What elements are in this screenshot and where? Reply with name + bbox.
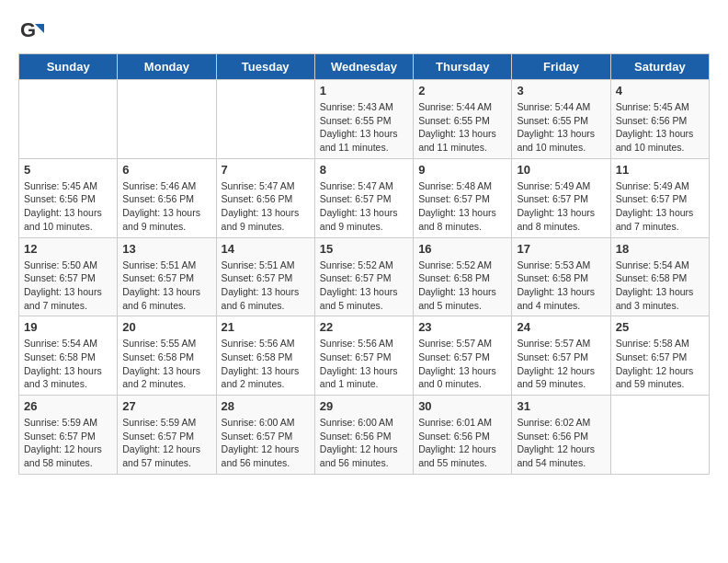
day-info: Sunrise: 5:56 AM Sunset: 6:57 PM Dayligh… bbox=[320, 337, 408, 391]
day-number: 7 bbox=[222, 163, 310, 177]
day-number: 26 bbox=[24, 399, 112, 413]
calendar-day-cell: 8Sunrise: 5:47 AM Sunset: 6:57 PM Daylig… bbox=[314, 158, 413, 237]
day-info: Sunrise: 6:01 AM Sunset: 6:56 PM Dayligh… bbox=[418, 416, 506, 470]
day-number: 14 bbox=[222, 242, 310, 256]
day-info: Sunrise: 5:49 AM Sunset: 6:57 PM Dayligh… bbox=[616, 179, 704, 234]
day-info: Sunrise: 5:59 AM Sunset: 6:57 PM Dayligh… bbox=[24, 416, 112, 470]
day-number: 1 bbox=[320, 84, 408, 98]
calendar-body: 1Sunrise: 5:43 AM Sunset: 6:55 PM Daylig… bbox=[19, 80, 710, 475]
calendar-week-row: 5Sunrise: 5:45 AM Sunset: 6:56 PM Daylig… bbox=[19, 158, 710, 237]
day-number: 20 bbox=[122, 320, 210, 334]
calendar-day-cell bbox=[19, 80, 118, 159]
weekday-header: Friday bbox=[512, 54, 610, 80]
day-info: Sunrise: 5:43 AM Sunset: 6:55 PM Dayligh… bbox=[320, 100, 408, 155]
day-info: Sunrise: 5:53 AM Sunset: 6:58 PM Dayligh… bbox=[517, 259, 605, 313]
day-info: Sunrise: 5:52 AM Sunset: 6:57 PM Dayligh… bbox=[320, 259, 408, 313]
page-header: G bbox=[18, 18, 710, 44]
calendar-day-cell: 23Sunrise: 5:57 AM Sunset: 6:57 PM Dayli… bbox=[414, 316, 512, 396]
day-number: 16 bbox=[418, 242, 506, 256]
day-number: 19 bbox=[24, 320, 112, 334]
weekday-header: Thursday bbox=[414, 54, 512, 80]
calendar-day-cell: 31Sunrise: 6:02 AM Sunset: 6:56 PM Dayli… bbox=[512, 396, 610, 475]
day-number: 11 bbox=[616, 163, 704, 177]
day-info: Sunrise: 5:51 AM Sunset: 6:57 PM Dayligh… bbox=[122, 259, 210, 313]
day-info: Sunrise: 5:51 AM Sunset: 6:57 PM Dayligh… bbox=[222, 259, 310, 313]
day-info: Sunrise: 5:46 AM Sunset: 6:56 PM Dayligh… bbox=[122, 179, 210, 234]
calendar-day-cell: 25Sunrise: 5:58 AM Sunset: 6:57 PM Dayli… bbox=[610, 316, 709, 396]
day-number: 3 bbox=[517, 84, 605, 98]
day-info: Sunrise: 5:45 AM Sunset: 6:56 PM Dayligh… bbox=[24, 179, 112, 234]
weekday-header: Saturday bbox=[610, 54, 709, 80]
calendar-day-cell: 9Sunrise: 5:48 AM Sunset: 6:57 PM Daylig… bbox=[414, 158, 512, 237]
calendar-day-cell: 24Sunrise: 5:57 AM Sunset: 6:57 PM Dayli… bbox=[512, 316, 610, 396]
day-number: 17 bbox=[517, 242, 605, 256]
calendar-day-cell: 18Sunrise: 5:54 AM Sunset: 6:58 PM Dayli… bbox=[610, 237, 709, 316]
day-info: Sunrise: 5:56 AM Sunset: 6:58 PM Dayligh… bbox=[222, 337, 310, 391]
calendar-week-row: 26Sunrise: 5:59 AM Sunset: 6:57 PM Dayli… bbox=[19, 396, 710, 475]
calendar-day-cell: 22Sunrise: 5:56 AM Sunset: 6:57 PM Dayli… bbox=[314, 316, 413, 396]
day-number: 12 bbox=[24, 242, 112, 256]
day-info: Sunrise: 5:59 AM Sunset: 6:57 PM Dayligh… bbox=[122, 416, 210, 470]
day-info: Sunrise: 6:00 AM Sunset: 6:57 PM Dayligh… bbox=[222, 416, 310, 470]
calendar-day-cell: 10Sunrise: 5:49 AM Sunset: 6:57 PM Dayli… bbox=[512, 158, 610, 237]
calendar-day-cell: 13Sunrise: 5:51 AM Sunset: 6:57 PM Dayli… bbox=[118, 237, 216, 316]
day-number: 24 bbox=[517, 320, 605, 334]
day-info: Sunrise: 5:49 AM Sunset: 6:57 PM Dayligh… bbox=[517, 179, 605, 234]
calendar-day-cell bbox=[118, 80, 216, 159]
calendar-day-cell: 21Sunrise: 5:56 AM Sunset: 6:58 PM Dayli… bbox=[216, 316, 314, 396]
calendar-week-row: 1Sunrise: 5:43 AM Sunset: 6:55 PM Daylig… bbox=[19, 80, 710, 159]
day-info: Sunrise: 6:00 AM Sunset: 6:56 PM Dayligh… bbox=[320, 416, 408, 470]
logo-icon: G bbox=[18, 18, 44, 44]
day-info: Sunrise: 5:48 AM Sunset: 6:57 PM Dayligh… bbox=[418, 179, 506, 234]
calendar-day-cell: 1Sunrise: 5:43 AM Sunset: 6:55 PM Daylig… bbox=[314, 80, 413, 159]
calendar-day-cell: 27Sunrise: 5:59 AM Sunset: 6:57 PM Dayli… bbox=[118, 396, 216, 475]
logo: G bbox=[18, 18, 48, 44]
day-info: Sunrise: 5:58 AM Sunset: 6:57 PM Dayligh… bbox=[616, 337, 704, 391]
day-number: 6 bbox=[122, 163, 210, 177]
calendar-day-cell: 2Sunrise: 5:44 AM Sunset: 6:55 PM Daylig… bbox=[414, 80, 512, 159]
calendar-day-cell: 28Sunrise: 6:00 AM Sunset: 6:57 PM Dayli… bbox=[216, 396, 314, 475]
calendar-day-cell: 5Sunrise: 5:45 AM Sunset: 6:56 PM Daylig… bbox=[19, 158, 118, 237]
day-info: Sunrise: 5:47 AM Sunset: 6:56 PM Dayligh… bbox=[222, 179, 310, 234]
calendar-week-row: 12Sunrise: 5:50 AM Sunset: 6:57 PM Dayli… bbox=[19, 237, 710, 316]
calendar-day-cell: 17Sunrise: 5:53 AM Sunset: 6:58 PM Dayli… bbox=[512, 237, 610, 316]
calendar-day-cell: 7Sunrise: 5:47 AM Sunset: 6:56 PM Daylig… bbox=[216, 158, 314, 237]
day-number: 5 bbox=[24, 163, 112, 177]
calendar-day-cell: 26Sunrise: 5:59 AM Sunset: 6:57 PM Dayli… bbox=[19, 396, 118, 475]
calendar-day-cell: 4Sunrise: 5:45 AM Sunset: 6:56 PM Daylig… bbox=[610, 80, 709, 159]
day-info: Sunrise: 5:55 AM Sunset: 6:58 PM Dayligh… bbox=[122, 337, 210, 391]
calendar-week-row: 19Sunrise: 5:54 AM Sunset: 6:58 PM Dayli… bbox=[19, 316, 710, 396]
calendar-day-cell: 20Sunrise: 5:55 AM Sunset: 6:58 PM Dayli… bbox=[118, 316, 216, 396]
svg-text:G: G bbox=[20, 18, 36, 41]
calendar-day-cell: 30Sunrise: 6:01 AM Sunset: 6:56 PM Dayli… bbox=[414, 396, 512, 475]
calendar-day-cell: 3Sunrise: 5:44 AM Sunset: 6:55 PM Daylig… bbox=[512, 80, 610, 159]
calendar-header: SundayMondayTuesdayWednesdayThursdayFrid… bbox=[19, 54, 710, 80]
day-number: 4 bbox=[616, 84, 704, 98]
day-number: 25 bbox=[616, 320, 704, 334]
weekday-header: Wednesday bbox=[314, 54, 413, 80]
calendar-day-cell: 6Sunrise: 5:46 AM Sunset: 6:56 PM Daylig… bbox=[118, 158, 216, 237]
day-number: 8 bbox=[320, 163, 408, 177]
calendar-day-cell bbox=[610, 396, 709, 475]
day-number: 30 bbox=[418, 399, 506, 413]
day-info: Sunrise: 5:50 AM Sunset: 6:57 PM Dayligh… bbox=[24, 259, 112, 313]
calendar-day-cell: 29Sunrise: 6:00 AM Sunset: 6:56 PM Dayli… bbox=[314, 396, 413, 475]
day-info: Sunrise: 5:47 AM Sunset: 6:57 PM Dayligh… bbox=[320, 179, 408, 234]
day-info: Sunrise: 5:57 AM Sunset: 6:57 PM Dayligh… bbox=[517, 337, 605, 391]
svg-marker-1 bbox=[35, 24, 44, 33]
day-number: 18 bbox=[616, 242, 704, 256]
calendar-day-cell: 16Sunrise: 5:52 AM Sunset: 6:58 PM Dayli… bbox=[414, 237, 512, 316]
day-info: Sunrise: 5:52 AM Sunset: 6:58 PM Dayligh… bbox=[418, 259, 506, 313]
day-info: Sunrise: 6:02 AM Sunset: 6:56 PM Dayligh… bbox=[517, 416, 605, 470]
calendar-day-cell: 15Sunrise: 5:52 AM Sunset: 6:57 PM Dayli… bbox=[314, 237, 413, 316]
weekday-header: Monday bbox=[118, 54, 216, 80]
day-number: 2 bbox=[418, 84, 506, 98]
calendar-day-cell: 19Sunrise: 5:54 AM Sunset: 6:58 PM Dayli… bbox=[19, 316, 118, 396]
calendar-day-cell: 14Sunrise: 5:51 AM Sunset: 6:57 PM Dayli… bbox=[216, 237, 314, 316]
weekday-header: Tuesday bbox=[216, 54, 314, 80]
day-info: Sunrise: 5:57 AM Sunset: 6:57 PM Dayligh… bbox=[418, 337, 506, 391]
day-number: 21 bbox=[222, 320, 310, 334]
day-info: Sunrise: 5:44 AM Sunset: 6:55 PM Dayligh… bbox=[517, 100, 605, 155]
day-number: 31 bbox=[517, 399, 605, 413]
calendar-table: SundayMondayTuesdayWednesdayThursdayFrid… bbox=[18, 53, 710, 475]
